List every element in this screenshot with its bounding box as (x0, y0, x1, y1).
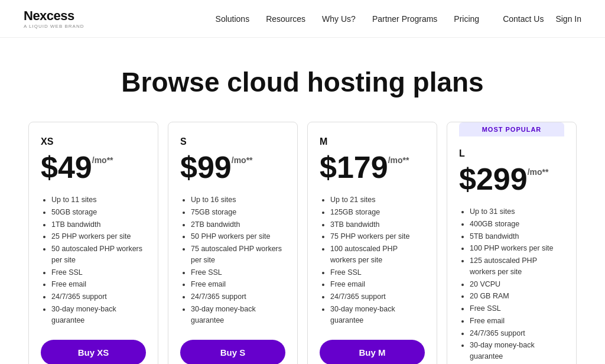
plan-features-m: Up to 21 sites125GB storage3TB bandwidth… (320, 194, 425, 326)
plan-price-xs: $49 (41, 152, 92, 183)
nav-link-why-us?[interactable]: Why Us? (322, 14, 356, 24)
feature-item: 24/7/365 support (51, 291, 146, 303)
feature-item: Free SSL (191, 267, 285, 278)
feature-item: Free email (470, 316, 564, 327)
popular-badge: MOST POPULAR (459, 122, 564, 136)
plan-price-s: $99 (180, 152, 232, 183)
feature-item: Free SSL (51, 267, 146, 278)
plan-price-m: $179 (320, 152, 388, 183)
logo: Nexcess A LIQUID WEB BRAND (24, 8, 84, 29)
nav-right: Contact UsSign In (503, 14, 581, 24)
plan-features-s: Up to 16 sites75GB storage2TB bandwidth5… (180, 194, 285, 326)
plan-period-xs: /mo** (92, 155, 113, 165)
feature-item: 24/7/365 support (191, 291, 285, 303)
feature-item: 50 autoscaled PHP workers per site (51, 243, 146, 266)
feature-item: 3TB bandwidth (330, 219, 425, 230)
plan-card-s: S$99/mo**Up to 16 sites75GB storage2TB b… (168, 122, 298, 364)
plan-features-xs: Up to 11 sites50GB storage1TB bandwidth2… (41, 194, 146, 326)
feature-item: 125 autoscaled PHP workers per site (470, 255, 564, 278)
feature-item: 125GB storage (330, 207, 425, 218)
feature-item: 5TB bandwidth (470, 231, 564, 242)
nav-contact-us[interactable]: Contact Us (503, 14, 544, 24)
feature-item: 30-day money-back guarantee (330, 304, 425, 326)
nav-link-partner-programs[interactable]: Partner Programs (372, 14, 437, 24)
plan-price-row-l: $299/mo** (459, 164, 564, 194)
plan-card-l: MOST POPULARL$299/mo**Up to 31 sites400G… (447, 122, 577, 364)
plan-features-l: Up to 31 sites400GB storage5TB bandwidth… (459, 206, 564, 362)
feature-item: Free email (330, 279, 425, 290)
plan-period-l: /mo** (528, 167, 549, 177)
plan-price-row-xs: $49/mo** (41, 152, 146, 183)
feature-item: 30-day money-back guarantee (191, 304, 285, 326)
plan-card-m: M$179/mo**Up to 21 sites125GB storage3TB… (307, 122, 437, 364)
feature-item: 2TB bandwidth (191, 219, 285, 230)
buy-button-s[interactable]: Buy S (180, 340, 285, 364)
feature-item: Free email (191, 279, 285, 290)
plan-name-m: M (320, 136, 425, 147)
feature-item: Up to 21 sites (330, 194, 425, 206)
plan-name-l: L (459, 148, 564, 159)
logo-text: Nexcess (24, 8, 84, 24)
feature-item: 25 PHP workers per site (51, 231, 146, 242)
feature-item: 75 autoscaled PHP workers per site (191, 243, 285, 266)
feature-item: Up to 16 sites (191, 194, 285, 206)
nav-link-pricing[interactable]: Pricing (454, 14, 479, 24)
feature-item: 1TB bandwidth (51, 219, 146, 230)
buy-button-xs[interactable]: Buy XS (41, 340, 146, 364)
plan-card-xs: XS$49/mo**Up to 11 sites50GB storage1TB … (28, 122, 158, 364)
plan-price-row-s: $99/mo** (180, 152, 285, 183)
feature-item: Free email (51, 279, 146, 290)
feature-item: Up to 11 sites (51, 194, 146, 206)
feature-item: 100 PHP workers per site (470, 243, 564, 254)
navbar: Nexcess A LIQUID WEB BRAND SolutionsReso… (0, 0, 605, 38)
hero-section: Browse cloud hosting plans (0, 38, 605, 122)
feature-item: 75GB storage (191, 207, 285, 218)
feature-item: 400GB storage (470, 219, 564, 230)
feature-item: 30-day money-back guarantee (51, 304, 146, 326)
plan-price-l: $299 (459, 164, 528, 194)
plan-period-s: /mo** (232, 155, 253, 165)
feature-item: 24/7/365 support (330, 291, 425, 303)
feature-item: 75 PHP workers per site (330, 231, 425, 242)
buy-button-m[interactable]: Buy M (320, 340, 425, 364)
plans-container: XS$49/mo**Up to 11 sites50GB storage1TB … (0, 122, 605, 364)
page-title: Browse cloud hosting plans (12, 66, 593, 98)
nav-link-solutions[interactable]: Solutions (216, 14, 250, 24)
feature-item: Free SSL (470, 303, 564, 314)
plan-period-m: /mo** (388, 155, 409, 165)
feature-item: 24/7/365 support (470, 328, 564, 339)
feature-item: 100 autoscaled PHP workers per site (330, 243, 425, 266)
nav-links: SolutionsResourcesWhy Us?Partner Program… (216, 14, 480, 24)
plan-name-xs: XS (41, 136, 146, 147)
nav-link-resources[interactable]: Resources (266, 14, 305, 24)
feature-item: Up to 31 sites (470, 206, 564, 217)
feature-item: 20 GB RAM (470, 291, 564, 302)
feature-item: 20 VCPU (470, 279, 564, 290)
feature-item: 30-day money-back guarantee (470, 340, 564, 362)
feature-item: 50 PHP workers per site (191, 231, 285, 242)
nav-sign-in[interactable]: Sign In (555, 14, 581, 24)
logo-subtitle: A LIQUID WEB BRAND (24, 24, 84, 29)
plan-name-s: S (180, 136, 285, 147)
plan-price-row-m: $179/mo** (320, 152, 425, 183)
feature-item: 50GB storage (51, 207, 146, 218)
feature-item: Free SSL (330, 267, 425, 278)
